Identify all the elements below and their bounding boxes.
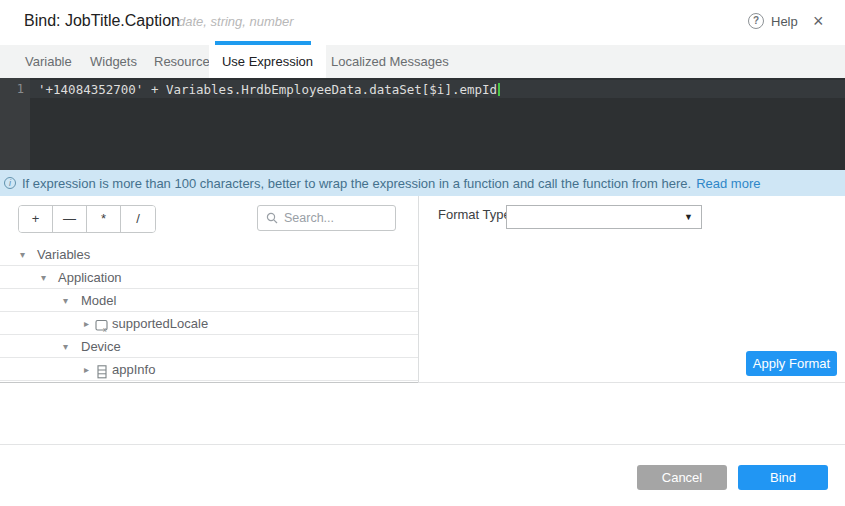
chevron-right-icon[interactable]: ▸ [84,358,89,381]
help-button[interactable]: ? Help [748,13,798,29]
operator-divide-button[interactable]: / [121,206,155,232]
object-variable-icon [95,362,109,385]
search-icon [266,212,278,224]
chevron-right-icon[interactable]: ▸ [84,312,89,335]
search-input[interactable] [284,211,384,225]
tree-item-supportedlocale[interactable]: ▸ x supportedLocale [0,312,418,335]
tree-item-variables[interactable]: ▾ Variables [0,243,418,266]
tab-resource[interactable]: Resource [154,45,210,78]
info-banner: i If expression is more than 100 charact… [0,170,845,196]
tab-localized-messages[interactable]: Localized Messages [331,45,449,78]
tab-use-expression[interactable]: Use Expression [209,45,326,78]
format-panel: Format Type ▼ Apply Format [418,196,845,383]
chevron-down-icon[interactable]: ▾ [20,243,25,266]
editor-gutter: 1 [0,78,30,170]
tree-item-appinfo[interactable]: ▸ appInfo [0,358,418,381]
tab-bar: Variable Widgets Resource Use Expression… [0,45,845,78]
info-icon: i [4,177,16,189]
tree-item-label: Variables [37,243,90,266]
format-type-label: Format Type [438,207,511,222]
variables-panel: + — * / ▾ Variables ▾ Application ▾ Mod [0,196,418,383]
search-field[interactable] [257,205,396,231]
tab-use-expression-label: Use Expression [209,45,326,78]
page-title: Bind: JobTitle.Caption [24,12,180,30]
chevron-down-icon[interactable]: ▾ [63,289,68,312]
tab-variable[interactable]: Variable [25,45,72,78]
variables-tree: ▾ Variables ▾ Application ▾ Model ▸ x [0,243,418,381]
read-more-link[interactable]: Read more [696,176,760,191]
line-number: 1 [0,82,24,96]
tree-item-label: Model [81,289,116,312]
apply-format-button[interactable]: Apply Format [746,351,837,376]
info-message: If expression is more than 100 character… [22,176,691,191]
operator-toolbar: + — * / [18,205,156,233]
close-icon[interactable]: × [813,10,824,32]
svg-text:x: x [103,326,107,333]
help-icon: ? [748,13,764,29]
expression-code[interactable]: '+14084352700' + Variables.HrdbEmployeeD… [38,82,500,97]
chevron-down-icon[interactable]: ▾ [63,335,68,358]
operator-multiply-button[interactable]: * [87,206,121,232]
expression-code-editor[interactable]: 1 '+14084352700' + Variables.HrdbEmploye… [0,78,845,170]
tree-item-label: Application [58,266,122,289]
bind-dialog: Bind: JobTitle.Caption date, string, num… [0,0,845,506]
tree-item-model[interactable]: ▾ Model [0,289,418,312]
tree-item-device[interactable]: ▾ Device [0,335,418,358]
footer-divider [0,444,845,445]
tree-item-label: Device [81,335,121,358]
text-cursor [498,83,500,96]
dialog-header: Bind: JobTitle.Caption date, string, num… [0,0,845,45]
code-text: '+14084352700' + Variables.HrdbEmployeeD… [38,82,497,97]
tab-widgets[interactable]: Widgets [90,45,137,78]
help-label: Help [771,14,798,29]
active-tab-indicator [215,41,311,45]
dropdown-arrow-icon: ▼ [684,212,693,222]
tree-item-label: supportedLocale [112,312,208,335]
tree-item-application[interactable]: ▾ Application [0,266,418,289]
bind-button[interactable]: Bind [738,465,828,490]
operator-minus-button[interactable]: — [53,206,87,232]
chevron-down-icon[interactable]: ▾ [41,266,46,289]
operator-plus-button[interactable]: + [19,206,53,232]
format-type-select[interactable]: ▼ [506,205,702,229]
tree-item-label: appInfo [112,358,155,381]
cancel-button[interactable]: Cancel [637,465,727,490]
type-hint: date, string, number [178,14,294,29]
